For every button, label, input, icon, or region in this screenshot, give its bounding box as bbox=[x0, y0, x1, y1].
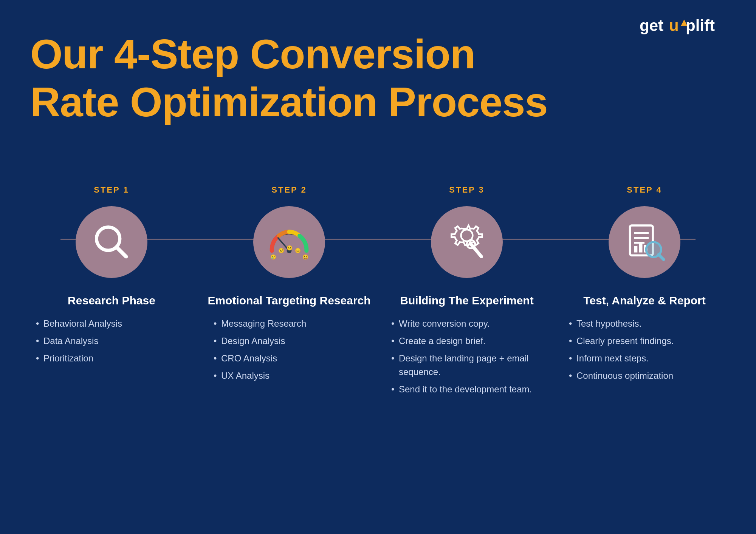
svg-line-14 bbox=[471, 244, 482, 257]
svg-line-24 bbox=[658, 255, 663, 259]
step-2-item-3: CRO Analysis bbox=[214, 352, 372, 365]
step-2-item-4: UX Analysis bbox=[214, 369, 372, 383]
step-4-list: Test hypothesis. Clearly present finding… bbox=[561, 317, 728, 386]
step-2-title: Emotional Targeting Research bbox=[208, 293, 370, 308]
gear-icon bbox=[446, 221, 488, 263]
step-3-circle bbox=[431, 206, 503, 278]
svg-text:😐: 😐 bbox=[287, 245, 293, 251]
step-1-item-2: Data Analysis bbox=[36, 334, 195, 348]
steps-container: STEP 1 Research Phase Behavioral Analysi… bbox=[23, 185, 733, 400]
step-3-label: STEP 3 bbox=[449, 185, 484, 195]
step-3-item-3: Design the landing page + email sequence… bbox=[391, 352, 550, 379]
svg-rect-20 bbox=[634, 246, 638, 253]
svg-text:😟: 😟 bbox=[278, 248, 285, 254]
step-1-item-1: Behavioral Analysis bbox=[36, 317, 195, 330]
step-4-item-2: Clearly present findings. bbox=[569, 334, 728, 348]
step-3-item-4: Send it to the development team. bbox=[391, 383, 550, 396]
step-1-title: Research Phase bbox=[68, 293, 155, 308]
magnifier-icon bbox=[91, 221, 132, 263]
step-1-item-3: Prioritization bbox=[36, 352, 195, 365]
title-line1: Our 4-Step Conversion bbox=[30, 30, 726, 78]
step-3-list: Write conversion copy. Create a design b… bbox=[384, 317, 550, 400]
step-4-item-1: Test hypothesis. bbox=[569, 317, 728, 330]
step-4-column: STEP 4 Test, Analyze & Report Test hy bbox=[561, 185, 728, 386]
step-4-title: Test, Analyze & Report bbox=[583, 293, 705, 308]
step-1-label: STEP 1 bbox=[94, 185, 129, 195]
step-4-circle bbox=[609, 206, 680, 278]
svg-text:😊: 😊 bbox=[295, 248, 301, 254]
title-line2: Rate Optimization Process bbox=[30, 78, 726, 126]
svg-text:😢: 😢 bbox=[270, 254, 277, 260]
svg-text:😃: 😃 bbox=[302, 254, 309, 260]
step-3-column: STEP 3 Building The Experiment Write con… bbox=[384, 185, 550, 400]
gauge-icon: 😢 😟 😐 😊 😃 bbox=[268, 221, 310, 263]
step-2-list: Messaging Research Design Analysis CRO A… bbox=[206, 317, 372, 386]
step-3-item-1: Write conversion copy. bbox=[391, 317, 550, 330]
step-3-item-2: Create a design brief. bbox=[391, 334, 550, 348]
step-1-circle bbox=[76, 206, 147, 278]
step-2-circle: 😢 😟 😐 😊 😃 bbox=[253, 206, 325, 278]
step-3-title: Building The Experiment bbox=[400, 293, 533, 308]
step-2-label: STEP 2 bbox=[271, 185, 307, 195]
report-icon bbox=[624, 221, 665, 263]
step-2-column: STEP 2 😢 😟 😐 😊 😃 Emot bbox=[206, 185, 372, 386]
step-2-item-1: Messaging Research bbox=[214, 317, 372, 330]
step-4-item-3: Inform next steps. bbox=[569, 352, 728, 365]
svg-rect-21 bbox=[639, 243, 643, 252]
step-4-label: STEP 4 bbox=[627, 185, 662, 195]
step-4-item-4: Continuous optimization bbox=[569, 369, 728, 383]
step-2-item-2: Design Analysis bbox=[214, 334, 372, 348]
main-title: Our 4-Step Conversion Rate Optimization … bbox=[30, 30, 726, 126]
step-1-column: STEP 1 Research Phase Behavioral Analysi… bbox=[28, 185, 195, 369]
step-1-list: Behavioral Analysis Data Analysis Priori… bbox=[28, 317, 195, 369]
svg-line-5 bbox=[116, 247, 126, 256]
